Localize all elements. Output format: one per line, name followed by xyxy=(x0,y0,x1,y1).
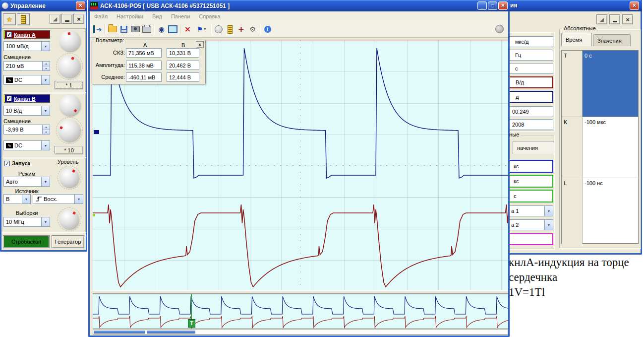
minimize-button[interactable] xyxy=(61,14,72,24)
knob-panel-button[interactable] xyxy=(213,24,224,35)
chevron-down-icon[interactable]: ▼ xyxy=(41,177,50,186)
ruler-panel-button[interactable] xyxy=(224,24,235,35)
chevron-down-icon[interactable]: ▼ xyxy=(41,141,50,150)
channel-a-scale-combo[interactable]: 100 мВ/д ▼ xyxy=(3,41,50,51)
channel-b-offset-knob[interactable] xyxy=(56,117,83,144)
scrollbar-thumb[interactable] xyxy=(94,331,145,334)
trigger-checkbox-row[interactable]: ✓ Запуск xyxy=(4,160,30,166)
table-row[interactable]: T 0 с xyxy=(562,51,638,117)
scrollbar-thumb[interactable] xyxy=(147,331,195,334)
channel-b-header[interactable]: ✓ Канал В xyxy=(3,94,50,103)
voltmeter-amp-a[interactable]: 115,38 мВ xyxy=(126,61,162,70)
voltmeter-mean-a[interactable]: -460,11 мВ xyxy=(126,72,162,82)
close-button[interactable]: × xyxy=(498,1,508,10)
channel-b-scale-value: д xyxy=(516,94,519,100)
strobe-button[interactable]: Стробоскоп xyxy=(3,235,50,248)
close-button[interactable]: × xyxy=(76,1,85,10)
voltmeter-close-button[interactable]: × xyxy=(196,41,204,48)
spin-up-icon[interactable]: ▲ xyxy=(42,62,50,67)
chevron-down-icon[interactable]: ▾ xyxy=(204,27,206,31)
channel-a-header[interactable]: ✓ Канал А xyxy=(3,30,50,39)
channel-b-level-marker[interactable] xyxy=(94,130,99,134)
trigger-source-combo[interactable]: B ▼ xyxy=(3,194,31,204)
tab-time[interactable]: Время xyxy=(561,33,592,46)
channel-a-offset-spinner[interactable]: 210 мВ ▲▼ xyxy=(3,61,50,71)
menu-help[interactable]: Справка xyxy=(194,12,225,20)
menu-view[interactable]: Вид xyxy=(148,12,167,20)
minimize-button[interactable]: _ xyxy=(477,1,487,10)
channel-a-scale-knob[interactable] xyxy=(59,30,80,51)
clear-button[interactable]: × xyxy=(182,24,193,35)
tab-values[interactable]: Значения xyxy=(593,34,631,46)
cursors-button[interactable]: + xyxy=(235,24,247,35)
channel-b-checkbox[interactable]: ✓ xyxy=(6,96,12,101)
table-row[interactable]: K -100 мкс xyxy=(562,117,638,178)
chevron-down-icon[interactable]: ▼ xyxy=(544,206,553,216)
spin-down-icon[interactable]: ▼ xyxy=(42,67,50,71)
relative-values-tab[interactable]: начения xyxy=(513,141,554,154)
menu-file[interactable]: Файл xyxy=(90,12,112,20)
voltmeter-rms-a[interactable]: 71,356 мВ xyxy=(126,48,162,58)
chevron-down-icon[interactable]: ▼ xyxy=(41,217,50,226)
channel-a-checkbox[interactable]: ✓ xyxy=(6,32,12,37)
channel-a-level-marker[interactable] xyxy=(93,214,95,216)
exit-button[interactable]: ➜ xyxy=(92,24,103,35)
channel-a-coupling-combo[interactable]: ∿ DC ▼ xyxy=(3,75,50,85)
trigger-mode-combo[interactable]: Авто ▼ xyxy=(3,177,50,187)
save-button[interactable] xyxy=(118,24,129,35)
voltmeter-mean-b[interactable]: 12,444 В xyxy=(167,72,199,82)
chevron-down-icon[interactable]: ▼ xyxy=(74,195,83,203)
display-setup-button[interactable] xyxy=(167,24,178,35)
trigger-level-knob[interactable] xyxy=(58,166,81,190)
channel-b-scale-combo[interactable]: 10 В/д ▼ xyxy=(3,106,50,116)
trigger-slope-combo[interactable]: Восх. ▼ xyxy=(33,194,83,204)
sampling-combo[interactable]: 10 МГц ▼ xyxy=(3,217,50,227)
chevron-down-icon[interactable]: ▼ xyxy=(22,195,30,203)
menu-settings[interactable]: Настройки xyxy=(112,12,148,20)
spin-up-icon[interactable]: ▲ xyxy=(42,125,50,130)
generator-button[interactable]: Генератор xyxy=(52,235,84,248)
minimize-button[interactable] xyxy=(609,14,620,24)
close-panel-button[interactable]: × xyxy=(73,14,84,24)
channel-a-offset-knob[interactable] xyxy=(56,53,83,80)
main-window-titlebar[interactable]: АСК-4106-РО5 [ USB АСК-4106 #5371251051 … xyxy=(88,0,510,11)
measurements-window-titlebar[interactable]: ия × xyxy=(497,0,642,11)
open-button[interactable] xyxy=(107,24,118,35)
spin-down-icon[interactable]: ▼ xyxy=(42,130,50,135)
sampling-knob[interactable] xyxy=(58,207,81,231)
voltmeter-rms-b[interactable]: 10,331 В xyxy=(167,48,199,58)
tools-button[interactable]: ⚙ xyxy=(247,24,258,35)
snapshot-button[interactable] xyxy=(129,24,141,35)
channel-b-offset-spinner[interactable]: -3,99 В ▲▼ xyxy=(3,125,50,135)
trigger-checkbox[interactable]: ✓ xyxy=(4,161,10,166)
preview-button[interactable]: ◉ xyxy=(156,24,167,35)
channel-b-multiplier-button[interactable]: * 10 xyxy=(55,146,83,154)
close-icon[interactable]: × xyxy=(630,1,639,10)
connection-button[interactable] xyxy=(494,24,505,35)
info-button[interactable]: i xyxy=(262,24,273,35)
table-row[interactable]: L -100 нс xyxy=(562,178,638,244)
channel-b-coupling-combo[interactable]: ∿ DC ▼ xyxy=(3,140,50,150)
print-button[interactable] xyxy=(141,24,152,35)
channel-b-scale-knob[interactable] xyxy=(59,95,80,116)
marker-flag-button[interactable]: ⚑ ▾ xyxy=(193,24,209,35)
overview-strip[interactable]: T xyxy=(93,294,508,329)
voltmeter-amp-b[interactable]: 20,462 В xyxy=(167,61,199,70)
sampling-label: Выборки xyxy=(3,210,50,216)
settings-button[interactable]: ★ xyxy=(3,13,16,25)
chevron-down-icon[interactable]: ▼ xyxy=(544,220,553,230)
voltmeter-panel[interactable]: Вольтметр: × А В СКЗ: 71,356 мВ 10,331 В… xyxy=(92,40,206,84)
chevron-down-icon[interactable]: ▼ xyxy=(41,42,50,51)
trigger-marker-handle[interactable]: T xyxy=(188,319,195,328)
rollup-button[interactable]: ◢ xyxy=(50,14,60,24)
chevron-down-icon[interactable]: ▼ xyxy=(41,106,50,115)
close-panel-button[interactable]: × xyxy=(622,14,633,24)
menu-panels[interactable]: Панели xyxy=(167,12,194,20)
control-window-titlebar[interactable]: Управление × xyxy=(0,0,87,11)
horizontal-scrollbar[interactable] xyxy=(93,330,508,335)
ruler-button[interactable] xyxy=(17,13,30,25)
chevron-down-icon[interactable]: ▼ xyxy=(41,75,50,84)
channel-a-multiplier-button[interactable]: * 1 xyxy=(55,81,83,89)
rollup-button[interactable]: ◢ xyxy=(596,14,607,24)
maximize-button[interactable]: □ xyxy=(488,1,497,10)
